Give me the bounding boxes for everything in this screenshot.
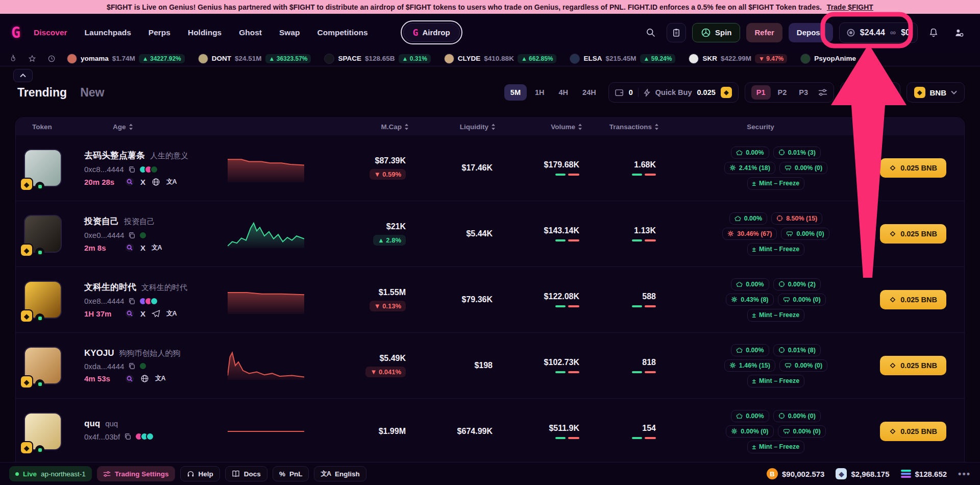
translate-icon[interactable]: 文A [166,309,177,318]
ticker-token-dont[interactable]: DONT$24.51M▲ 36323.57% [198,54,311,64]
promo-banner-link[interactable]: Trade $FIGHT [827,3,873,11]
quick-buy-button[interactable]: 0.025 BNB [880,356,946,375]
ticker-token-yomama[interactable]: yomama$1.74M▲ 34227.92% [67,54,185,64]
token-search-icon[interactable] [125,177,134,186]
mcap-value: $1.99M [379,427,406,436]
token-name[interactable]: 投资自己 [84,215,119,227]
status-bar: Live ap-northeast-1 Trading Settings Hel… [0,462,980,485]
sliders-icon[interactable] [818,88,827,96]
account-settings-icon[interactable] [949,23,969,42]
wallet-balance-pill[interactable]: $24.44 ∞ $0 [839,22,918,43]
x-icon[interactable]: X [140,244,145,252]
connection-status[interactable]: Live ap-northeast-1 [9,466,92,481]
star-icon[interactable] [28,55,36,63]
table-row[interactable]: ◆ 文科生的时代 文科生的时代 0xe8...4444 1H 37m X文A [16,267,964,333]
quick-buy-button[interactable]: 0.025 BNB [880,422,946,441]
copy-address-icon[interactable] [124,433,131,440]
filter-button[interactable]: Filter [840,82,900,103]
x-icon[interactable]: X [140,309,145,318]
quick-buy-button[interactable]: 0.025 BNB [880,158,946,178]
trading-settings-button[interactable]: Trading Settings [97,466,175,481]
flame-icon[interactable] [9,54,17,63]
ticker-change-badge: ▼ 9.47% [755,54,787,63]
timeframe-24h[interactable]: 24H [576,84,602,101]
ticker-token-clyde[interactable]: CLYDE$410.88K▲ 662.85% [444,54,557,64]
chain-selector[interactable]: ◆ BNB [906,82,965,103]
table-row[interactable]: ◆ 去码头整点薯条 人生的意义 0xc8...4444 20m 28s X文A [16,135,964,201]
clock-icon[interactable] [47,55,56,63]
quick-buy-label[interactable]: Quick Buy [655,88,692,96]
col-transactions[interactable]: Transactions [582,123,659,131]
preset-p2[interactable]: P2 [773,85,792,100]
quick-buy-amount[interactable]: 0.025 [697,88,716,96]
token-image[interactable]: ◆ [24,215,62,253]
timeframe-4h[interactable]: 4H [553,84,575,101]
tab-trending[interactable]: Trending [17,86,67,100]
col-volume[interactable]: Volume [496,123,582,131]
col-age[interactable]: Age [67,123,215,131]
watchlist-clipboard-icon[interactable] [667,23,686,42]
spin-button[interactable]: Spin [692,23,741,42]
nav-item-swap[interactable]: Swap [279,28,300,37]
col-mcap[interactable]: M.Cap [317,123,409,131]
refer-button[interactable]: Refer [746,23,782,42]
translate-icon[interactable]: 文A [155,374,165,383]
nav-item-ghost[interactable]: Ghost [239,28,262,37]
token-name[interactable]: quq [84,419,100,429]
ticker-token-psyopanime[interactable]: PsyopAnime [800,54,856,64]
timeframe-5m[interactable]: 5M [504,84,527,101]
x-icon[interactable]: X [140,178,145,186]
language-button[interactable]: 文A English [314,466,366,481]
app-logo[interactable]: G [11,23,20,41]
timeframe-1h[interactable]: 1H [529,84,551,101]
token-search-icon[interactable] [125,309,134,318]
translate-icon[interactable]: 文A [152,244,162,252]
token-name[interactable]: 去码头整点薯条 [84,150,145,161]
col-liquidity[interactable]: Liquidity [409,123,496,131]
translate-icon[interactable]: 文A [166,178,177,186]
globe-icon[interactable] [152,178,160,186]
ticker-token-elsa[interactable]: ELSA$215.45M▲ 59.24% [570,54,675,64]
docs-button[interactable]: Docs [225,466,267,481]
telegram-icon[interactable] [152,310,160,318]
table-row[interactable]: ◆ 投资自己 投资自己 0xe0...4444 2m 8s X文A [16,201,964,267]
token-image[interactable]: ◆ [24,281,62,319]
deposit-button[interactable]: Deposit [789,23,833,42]
notifications-bell-icon[interactable] [924,23,943,42]
token-name[interactable]: 文科生的时代 [84,281,136,293]
token-search-icon[interactable] [125,243,134,252]
copy-address-icon[interactable] [128,362,135,370]
wallet-count[interactable]: 0 [629,88,633,96]
preset-p1[interactable]: P1 [751,85,771,100]
collapse-ticker-button[interactable] [13,69,33,82]
nav-item-launchpads[interactable]: Launchpads [85,28,131,37]
table-row[interactable]: ◆ quq quq 0x4f...03bf $1.99M [16,399,964,465]
copy-address-icon[interactable] [128,166,135,173]
token-name[interactable]: KYOJU [84,348,114,358]
tab-new[interactable]: New [80,86,104,100]
transactions-value: 1.13K [634,226,656,235]
quick-buy-button[interactable]: 0.025 BNB [880,290,946,309]
nav-item-discover[interactable]: Discover [34,28,67,37]
ticker-token-space[interactable]: SPACE$128.65B▲ 0.31% [324,54,430,64]
table-row[interactable]: ◆ KYOJU 狗狗币创始人的狗 0xda...4444 4m 53s 文A [16,333,964,399]
token-image[interactable]: ◆ [24,347,62,384]
token-image[interactable]: ◆ [24,413,62,450]
help-button[interactable]: Help [180,466,220,481]
pnl-button[interactable]: % PnL [273,466,309,481]
copy-address-icon[interactable] [128,298,135,305]
more-options-icon[interactable]: ••• [958,469,971,479]
nav-item-holdings[interactable]: Holdings [188,28,222,37]
security-badges: 0.00%0.01% (3)2.41% (18)0.00% (0)±Mint –… [659,147,862,190]
token-image[interactable]: ◆ [24,149,62,187]
preset-p3[interactable]: P3 [794,85,813,100]
nav-item-perps[interactable]: Perps [149,28,170,37]
ticker-token-skr[interactable]: SKR$422.99M▼ 9.47% [689,54,787,64]
nav-item-competitions[interactable]: Competitions [317,28,368,37]
quick-buy-button[interactable]: 0.025 BNB [880,224,946,244]
airdrop-button[interactable]: G Airdrop [403,23,460,42]
copy-address-icon[interactable] [128,232,135,239]
globe-icon[interactable] [140,374,149,383]
search-icon[interactable] [641,23,660,42]
token-search-icon[interactable] [125,374,134,383]
